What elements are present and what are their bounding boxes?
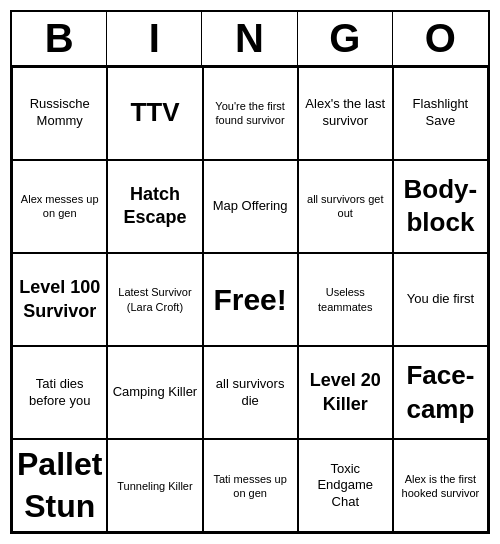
- bingo-cell-20: Pallet Stun: [12, 439, 107, 532]
- bingo-letter-g: G: [298, 12, 393, 65]
- bingo-cell-17: all survivors die: [203, 346, 298, 439]
- bingo-header: BINGO: [12, 12, 488, 67]
- bingo-cell-12: Free!: [203, 253, 298, 346]
- bingo-cell-23: Toxic Endgame Chat: [298, 439, 393, 532]
- bingo-cell-15: Tati dies before you: [12, 346, 107, 439]
- bingo-grid: Russische MommyTTVYou're the first found…: [12, 67, 488, 533]
- bingo-letter-b: B: [12, 12, 107, 65]
- bingo-cell-13: Useless teammates: [298, 253, 393, 346]
- bingo-cell-4: Flashlight Save: [393, 67, 488, 160]
- bingo-letter-n: N: [202, 12, 297, 65]
- bingo-cell-10: Level 100 Survivor: [12, 253, 107, 346]
- bingo-cell-5: Alex messes up on gen: [12, 160, 107, 253]
- bingo-cell-7: Map Offering: [203, 160, 298, 253]
- bingo-cell-3: Alex's the last survivor: [298, 67, 393, 160]
- bingo-card: BINGO Russische MommyTTVYou're the first…: [10, 10, 490, 535]
- bingo-cell-11: Latest Survivor (Lara Croft): [107, 253, 202, 346]
- bingo-cell-14: You die first: [393, 253, 488, 346]
- bingo-cell-0: Russische Mommy: [12, 67, 107, 160]
- bingo-cell-6: Hatch Escape: [107, 160, 202, 253]
- bingo-cell-19: Face-camp: [393, 346, 488, 439]
- bingo-cell-9: Body-block: [393, 160, 488, 253]
- bingo-cell-1: TTV: [107, 67, 202, 160]
- bingo-letter-i: I: [107, 12, 202, 65]
- bingo-cell-16: Camping Killer: [107, 346, 202, 439]
- bingo-cell-22: Tati messes up on gen: [203, 439, 298, 532]
- bingo-cell-8: all survivors get out: [298, 160, 393, 253]
- bingo-cell-18: Level 20 Killer: [298, 346, 393, 439]
- bingo-letter-o: O: [393, 12, 488, 65]
- bingo-cell-24: Alex is the first hooked survivor: [393, 439, 488, 532]
- bingo-cell-21: Tunneling Killer: [107, 439, 202, 532]
- bingo-cell-2: You're the first found survivor: [203, 67, 298, 160]
